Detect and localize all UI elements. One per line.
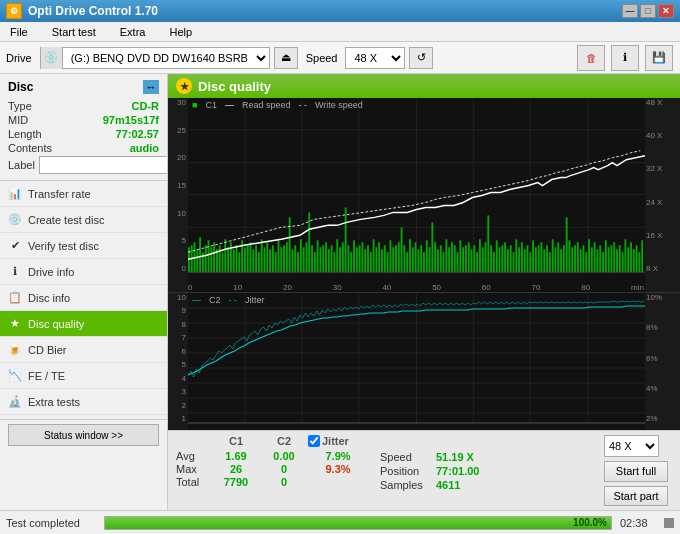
- svg-rect-170: [627, 247, 629, 272]
- nav-icon-extra-tests: 🔬: [8, 395, 22, 409]
- sidebar-item-drive-info[interactable]: ℹDrive info: [0, 259, 167, 285]
- svg-rect-48: [286, 242, 288, 272]
- svg-rect-92: [409, 239, 411, 272]
- stats-area: C1 C2 Jitter Avg 1.69 0.00 7.9%: [168, 430, 680, 510]
- nav-icon-create-test-disc: 💿: [8, 213, 22, 227]
- drive-select[interactable]: (G:) BENQ DVD DD DW1640 BSRB: [63, 48, 269, 68]
- svg-rect-149: [569, 240, 571, 272]
- erase-button[interactable]: 🗑: [577, 45, 605, 71]
- svg-rect-131: [518, 247, 520, 272]
- sidebar-item-cd-bier[interactable]: 🍺CD Bier: [0, 337, 167, 363]
- menu-start-test[interactable]: Start test: [46, 24, 102, 40]
- svg-rect-166: [616, 249, 618, 272]
- svg-rect-34: [247, 245, 249, 272]
- svg-rect-157: [591, 247, 593, 272]
- svg-rect-90: [403, 245, 405, 272]
- svg-rect-72: [353, 240, 355, 272]
- sidebar-item-disc-info[interactable]: 📋Disc info: [0, 285, 167, 311]
- svg-rect-69: [345, 207, 347, 272]
- save-button[interactable]: 💾: [645, 45, 673, 71]
- disc-section-title: Disc: [8, 80, 33, 94]
- disc-arrow-button[interactable]: ↔: [143, 80, 159, 94]
- stats-right: Speed 51.19 X Position 77:01.00 Samples …: [380, 435, 491, 506]
- stat-row-max: Max 26 0 9.3%: [176, 463, 368, 475]
- menu-file[interactable]: File: [4, 24, 34, 40]
- nav-items: 📊Transfer rate💿Create test disc✔Verify t…: [0, 181, 167, 415]
- maximize-button[interactable]: □: [640, 4, 656, 18]
- svg-rect-103: [440, 245, 442, 272]
- svg-rect-158: [594, 242, 596, 272]
- svg-rect-113: [468, 242, 470, 272]
- sidebar-item-extra-tests[interactable]: 🔬Extra tests: [0, 389, 167, 415]
- sidebar-item-create-test-disc[interactable]: 💿Create test disc: [0, 207, 167, 233]
- speed-select[interactable]: 48 X: [345, 47, 405, 69]
- sidebar-item-transfer-rate[interactable]: 📊Transfer rate: [0, 181, 167, 207]
- svg-rect-59: [317, 240, 319, 272]
- svg-rect-31: [238, 252, 240, 272]
- svg-rect-154: [583, 245, 585, 272]
- svg-rect-163: [608, 247, 610, 272]
- svg-rect-95: [417, 249, 419, 272]
- start-part-button[interactable]: Start part: [604, 486, 668, 507]
- svg-rect-124: [499, 247, 501, 272]
- drive-icon: 💿: [41, 47, 63, 69]
- svg-rect-71: [350, 252, 352, 272]
- start-full-button[interactable]: Start full: [604, 461, 668, 482]
- nav-icon-fe-te: 📉: [8, 369, 22, 383]
- info-button[interactable]: ℹ: [611, 45, 639, 71]
- svg-rect-55: [306, 242, 308, 272]
- app-icon: ⚙: [6, 3, 22, 19]
- svg-rect-67: [339, 247, 341, 272]
- svg-rect-117: [479, 239, 481, 272]
- svg-rect-156: [588, 239, 590, 272]
- jitter-checkbox[interactable]: [308, 435, 320, 447]
- title-bar: ⚙ Opti Drive Control 1.70 — □ ✕: [0, 0, 680, 22]
- svg-rect-24: [219, 245, 221, 272]
- stat-row-avg: Avg 1.69 0.00 7.9%: [176, 450, 368, 462]
- svg-rect-38: [258, 252, 260, 272]
- svg-rect-173: [636, 245, 638, 272]
- status-window-button[interactable]: Status window >>: [8, 424, 159, 446]
- menu-help[interactable]: Help: [163, 24, 198, 40]
- svg-rect-148: [566, 217, 568, 272]
- charts-area: 30 25 20 15 10 5 0 48 X 40 X 32 X 24 X 1…: [168, 98, 680, 430]
- svg-rect-168: [622, 252, 624, 272]
- svg-rect-169: [624, 239, 626, 272]
- refresh-button[interactable]: ↺: [409, 47, 433, 69]
- progress-bar-container: 100.0%: [104, 516, 612, 530]
- svg-rect-164: [610, 245, 612, 272]
- chart1-y-labels: 30 25 20 15 10 5 0: [168, 98, 188, 273]
- svg-rect-109: [457, 252, 459, 272]
- svg-rect-136: [532, 240, 534, 272]
- svg-rect-107: [451, 242, 453, 272]
- mid-label: MID: [8, 114, 28, 126]
- svg-rect-160: [599, 245, 601, 272]
- svg-rect-33: [244, 247, 246, 272]
- svg-rect-151: [574, 245, 576, 272]
- svg-rect-44: [275, 252, 277, 272]
- svg-rect-93: [412, 247, 414, 272]
- svg-rect-66: [336, 239, 338, 272]
- svg-rect-115: [473, 245, 475, 272]
- test-speed-select[interactable]: 48 X: [604, 435, 659, 457]
- svg-rect-30: [236, 245, 238, 272]
- svg-rect-159: [597, 249, 599, 272]
- nav-icon-drive-info: ℹ: [8, 265, 22, 279]
- sidebar-item-verify-test-disc[interactable]: ✔Verify test disc: [0, 233, 167, 259]
- nav-icon-cd-bier: 🍺: [8, 343, 22, 357]
- disc-label-input[interactable]: [39, 156, 168, 174]
- menu-extra[interactable]: Extra: [114, 24, 152, 40]
- stat-row-total: Total 7790 0: [176, 476, 368, 488]
- svg-rect-74: [359, 245, 361, 272]
- svg-rect-84: [387, 252, 389, 272]
- svg-rect-97: [423, 252, 425, 272]
- close-button[interactable]: ✕: [658, 4, 674, 18]
- sidebar-item-disc-quality[interactable]: ★Disc quality: [0, 311, 167, 337]
- eject-button[interactable]: ⏏: [274, 47, 298, 69]
- svg-rect-89: [401, 227, 403, 272]
- sidebar-item-fe-te[interactable]: 📉FE / TE: [0, 363, 167, 389]
- svg-rect-39: [261, 239, 263, 272]
- svg-rect-62: [325, 242, 327, 272]
- svg-rect-144: [555, 247, 557, 272]
- minimize-button[interactable]: —: [622, 4, 638, 18]
